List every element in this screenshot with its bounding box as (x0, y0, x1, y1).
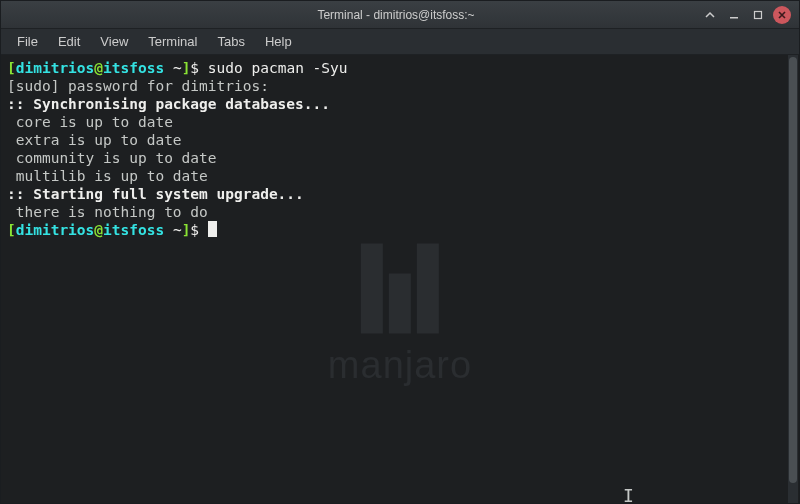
output-sync: :: Synchronising package databases... (7, 96, 330, 112)
terminal-cursor (208, 221, 217, 237)
output-core: core is up to date (7, 114, 173, 130)
close-button[interactable] (773, 6, 791, 24)
manjaro-watermark: manjaro (328, 243, 472, 386)
prompt-user: dimitrios (16, 60, 95, 76)
output-community: community is up to date (7, 150, 217, 166)
maximize-icon (753, 10, 763, 20)
terminal-output: [dimitrios@itsfoss ~]$ sudo pacman -Syu … (1, 55, 799, 243)
output-extra: extra is up to date (7, 132, 182, 148)
scrollbar[interactable] (788, 55, 798, 503)
titlebar: Terminal - dimitrios@itsfoss:~ (1, 1, 799, 29)
prompt-sigil: $ (190, 60, 207, 76)
menu-terminal[interactable]: Terminal (138, 31, 207, 52)
shade-button[interactable] (701, 6, 719, 24)
output-multilib: multilib is up to date (7, 168, 208, 184)
output-sudo: [sudo] password for dimitrios: (7, 78, 269, 94)
menu-view[interactable]: View (90, 31, 138, 52)
prompt2-host: itsfoss (103, 222, 164, 238)
minimize-button[interactable] (725, 6, 743, 24)
svg-rect-1 (755, 11, 762, 18)
terminal-area[interactable]: manjaro [dimitrios@itsfoss ~]$ sudo pacm… (1, 55, 799, 503)
menu-edit[interactable]: Edit (48, 31, 90, 52)
window-controls (701, 6, 799, 24)
menubar: File Edit View Terminal Tabs Help (1, 29, 799, 55)
window-title: Terminal - dimitrios@itsfoss:~ (1, 8, 701, 22)
output-nothing: there is nothing to do (7, 204, 208, 220)
menu-tabs[interactable]: Tabs (207, 31, 254, 52)
command-1: sudo pacman -Syu (208, 60, 348, 76)
manjaro-watermark-text: manjaro (328, 343, 472, 386)
prompt2-at: @ (94, 222, 103, 238)
shade-icon (705, 10, 715, 20)
prompt2-bracket-open: [ (7, 222, 16, 238)
prompt-at: @ (94, 60, 103, 76)
maximize-button[interactable] (749, 6, 767, 24)
menu-file[interactable]: File (7, 31, 48, 52)
prompt-path: ~ (164, 60, 181, 76)
close-icon (777, 10, 787, 20)
text-cursor-icon: I (623, 485, 634, 503)
minimize-icon (729, 10, 739, 20)
scrollbar-thumb[interactable] (789, 57, 797, 483)
prompt-bracket-open: [ (7, 60, 16, 76)
prompt-host: itsfoss (103, 60, 164, 76)
terminal-window: Terminal - dimitrios@itsfoss:~ (0, 0, 800, 504)
output-starting: :: Starting full system upgrade... (7, 186, 304, 202)
menu-help[interactable]: Help (255, 31, 302, 52)
manjaro-logo-icon (328, 243, 472, 333)
prompt2-path: ~ (164, 222, 181, 238)
prompt2-user: dimitrios (16, 222, 95, 238)
prompt2-sigil: $ (190, 222, 207, 238)
svg-rect-0 (730, 17, 738, 19)
